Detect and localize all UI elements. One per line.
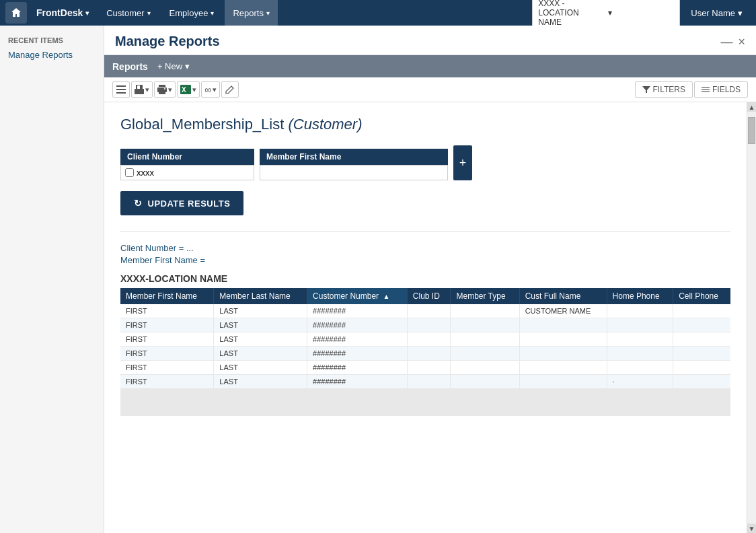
home-button[interactable] <box>5 2 27 24</box>
table-body: FIRSTLAST########CUSTOMER NAMEFIRSTLAST#… <box>120 304 730 416</box>
table-cell <box>519 361 607 375</box>
table-cell: ######## <box>307 347 408 361</box>
excel-dropdown-button[interactable]: X ▾ <box>177 81 200 98</box>
table-row[interactable]: FIRSTLAST######## <box>120 332 730 347</box>
member-first-name-label: Member First Name <box>260 149 448 165</box>
table-cell-empty <box>307 402 408 416</box>
edit-icon-button[interactable] <box>221 81 239 98</box>
user-chevron-icon: ▾ <box>738 8 743 18</box>
close-button[interactable]: × <box>738 36 745 48</box>
scrollbar-down-arrow[interactable]: ▼ <box>747 524 756 533</box>
table-cell-empty <box>120 402 214 416</box>
nav-reports[interactable]: Reports ▾ <box>225 0 278 26</box>
update-results-button[interactable]: ↻ UPDATE RESULTS <box>120 191 243 215</box>
member-first-name-input[interactable] <box>264 168 443 178</box>
table-cell-empty <box>407 402 451 416</box>
save-chevron-icon: ▾ <box>145 85 149 94</box>
table-cell-empty <box>519 389 607 402</box>
print-dropdown-button[interactable]: ▾ <box>154 81 176 98</box>
right-scrollbar[interactable]: ▲ ▼ <box>747 102 756 533</box>
icon-group-left: ▾ ▾ X ▾ <box>112 81 239 98</box>
table-cell <box>673 318 730 332</box>
new-button[interactable]: + New ▾ <box>152 59 195 73</box>
infinity-icon: ∞ <box>204 84 211 95</box>
scrollable-content[interactable]: Global_Membership_List (Customer) Client… <box>104 102 747 533</box>
table-cell <box>451 361 519 375</box>
table-cell <box>519 332 607 347</box>
table-cell-empty <box>120 389 214 402</box>
save-dropdown-button[interactable]: ▾ <box>131 81 153 98</box>
client-number-checkbox[interactable] <box>125 168 134 177</box>
col-customer-number[interactable]: Customer Number ▲ <box>307 288 408 304</box>
table-cell <box>407 361 451 375</box>
data-table: Member First Name Member Last Name Custo… <box>120 288 730 416</box>
table-cell-empty <box>451 402 519 416</box>
excel-chevron-icon: ▾ <box>192 85 196 94</box>
table-cell-empty <box>519 402 607 416</box>
nav-employee[interactable]: Employee ▾ <box>161 0 223 26</box>
table-cell: FIRST <box>120 332 214 347</box>
svg-rect-1 <box>116 89 126 90</box>
table-cell: LAST <box>214 375 307 389</box>
table-row[interactable]: FIRSTLAST########CUSTOMER NAME <box>120 304 730 318</box>
table-cell <box>673 332 730 347</box>
user-label: User Name <box>691 8 735 18</box>
sidebar-item-manage-reports[interactable]: Manage Reports <box>0 47 104 63</box>
fields-button[interactable]: FIELDS <box>694 81 748 98</box>
table-row[interactable]: FIRSTLAST######## <box>120 347 730 361</box>
filter-info: Client Number = ... Member First Name = <box>120 243 730 265</box>
brand-label: FrontDesk <box>36 7 83 18</box>
table-cell <box>407 347 451 361</box>
scrollbar-thumb[interactable] <box>748 117 755 144</box>
table-row[interactable]: FIRSTLAST########· <box>120 375 730 389</box>
filters-button[interactable]: FILTERS <box>635 81 693 98</box>
add-field-button[interactable]: + <box>453 145 472 180</box>
brand-chevron: ▾ <box>85 9 89 17</box>
table-cell-empty <box>607 389 673 402</box>
table-cell: FIRST <box>120 304 214 318</box>
nav-employee-label: Employee <box>169 8 209 18</box>
filter-info-line-2: Member First Name = <box>120 255 730 265</box>
table-cell-empty <box>451 389 519 402</box>
location-header: XXXX-LOCATION NAME <box>120 273 730 284</box>
update-results-label: UPDATE RESULTS <box>148 199 231 209</box>
table-cell <box>451 332 519 347</box>
app-body: Recent Items Manage Reports Manage Repor… <box>0 26 756 533</box>
table-cell <box>673 304 730 318</box>
table-cell: LAST <box>214 332 307 347</box>
col-first-name: Member First Name <box>120 288 214 304</box>
user-menu[interactable]: User Name ▾ <box>683 5 751 21</box>
scrollbar-up-arrow[interactable]: ▲ <box>747 102 756 112</box>
table-cell <box>607 347 673 361</box>
table-cell <box>451 347 519 361</box>
report-title: Global_Membership_List (Customer) <box>120 116 730 133</box>
table-cell: FIRST <box>120 361 214 375</box>
table-row <box>120 389 730 402</box>
sidebar: Recent Items Manage Reports <box>0 26 104 533</box>
report-title-main: Global_Membership_List <box>120 116 284 133</box>
table-cell <box>519 347 607 361</box>
table-cell: ######## <box>307 332 408 347</box>
nav-reports-label: Reports <box>233 8 264 18</box>
col-home-phone: Home Phone <box>607 288 673 304</box>
menu-icon-button[interactable] <box>112 81 130 98</box>
table-row[interactable]: FIRSTLAST######## <box>120 361 730 375</box>
table-cell <box>519 375 607 389</box>
table-row[interactable]: FIRSTLAST######## <box>120 318 730 332</box>
table-cell <box>407 375 451 389</box>
client-number-input[interactable] <box>137 168 250 178</box>
table-cell: ######## <box>307 361 408 375</box>
table-cell: ######## <box>307 318 408 332</box>
table-cell <box>451 318 519 332</box>
table-header-row: Member First Name Member Last Name Custo… <box>120 288 730 304</box>
brand-menu[interactable]: FrontDesk ▾ <box>30 5 96 21</box>
minimize-button[interactable]: — <box>720 36 732 48</box>
nav-customer[interactable]: Customer ▾ <box>98 0 158 26</box>
table-cell: FIRST <box>120 318 214 332</box>
col-last-name: Member Last Name <box>214 288 307 304</box>
table-cell <box>607 304 673 318</box>
report-title-sub: (Customer) <box>288 116 362 133</box>
svg-rect-5 <box>137 85 140 89</box>
infinity-dropdown-button[interactable]: ∞ ▾ <box>201 81 220 98</box>
table-cell: LAST <box>214 361 307 375</box>
